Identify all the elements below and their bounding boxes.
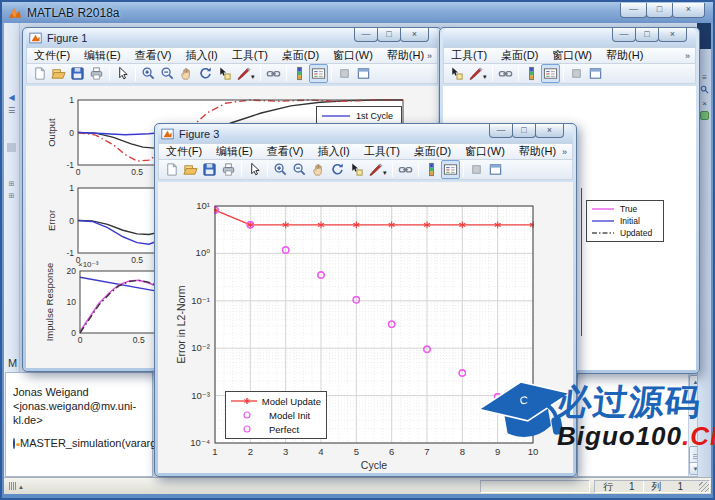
select-cursor-icon[interactable] (113, 64, 132, 83)
search-icon[interactable] (700, 85, 710, 96)
link-plots-icon[interactable] (396, 160, 415, 179)
menu-item[interactable]: 插入(I) (310, 144, 356, 159)
panel-tab-label[interactable]: M (8, 357, 17, 369)
insert-colorbar-icon[interactable] (522, 64, 541, 83)
dock-figure-icon[interactable] (586, 64, 605, 83)
menu-item[interactable]: 编辑(E) (77, 48, 128, 63)
link-plots-icon[interactable] (264, 64, 283, 83)
minimize-button[interactable]: — (354, 28, 378, 42)
zoom-out-icon[interactable] (158, 64, 177, 83)
figure2-titlebar[interactable]: — □ × (443, 28, 696, 47)
insert-legend-icon[interactable] (309, 64, 328, 83)
print-figure-icon[interactable] (219, 160, 238, 179)
insert-colorbar-icon[interactable] (422, 160, 441, 179)
insert-legend-icon[interactable] (541, 64, 560, 83)
close-icon[interactable]: × (700, 99, 710, 108)
expand-box-icon[interactable]: ⊞ (6, 180, 18, 188)
dock-figure-icon[interactable] (486, 160, 505, 179)
list-icon[interactable]: ☰ (6, 106, 18, 115)
dock-figure-icon[interactable] (354, 64, 373, 83)
close-button[interactable]: × (400, 28, 429, 42)
figure3-toolbar: ▾ (158, 159, 573, 180)
rotate-3d-icon[interactable] (328, 160, 347, 179)
close-button[interactable]: × (535, 124, 564, 138)
menu-item[interactable]: 帮助(H) (512, 144, 563, 159)
expand-box-icon[interactable]: ⊞ (6, 192, 18, 200)
zoom-in-icon[interactable] (139, 64, 158, 83)
legend-label: Model Update (262, 396, 321, 407)
toolbar-separator (135, 66, 136, 81)
menu-overflow-icon[interactable]: » (685, 51, 690, 61)
menu-item[interactable]: 工具(T) (357, 144, 407, 159)
minimize-dock-icon[interactable] (335, 64, 354, 83)
statusbar-grip-icon[interactable] (9, 482, 16, 490)
variable-icon[interactable] (700, 111, 709, 120)
dropdown-caret-icon[interactable]: ▾ (483, 73, 487, 81)
menu-item[interactable]: 桌面(D) (407, 144, 458, 159)
new-document-icon[interactable] (162, 160, 181, 179)
save-figure-icon[interactable] (68, 64, 87, 83)
save-figure-icon[interactable] (200, 160, 219, 179)
menu-item[interactable]: 查看(V) (260, 144, 311, 159)
dropdown-caret-icon[interactable]: ▾ (251, 73, 255, 81)
link-plots-icon[interactable] (496, 64, 515, 83)
menu-item[interactable]: 查看(V) (128, 48, 179, 63)
menu-item[interactable]: 桌面(D) (494, 48, 545, 63)
figure1-titlebar[interactable]: Figure 1 — □ × (26, 28, 438, 47)
menu-overflow-icon[interactable]: » (562, 147, 567, 157)
open-file-icon[interactable] (49, 64, 68, 83)
menu-item[interactable]: 桌面(D) (275, 48, 326, 63)
print-figure-icon[interactable] (87, 64, 106, 83)
zoom-out-icon[interactable] (290, 160, 309, 179)
rotate-3d-icon[interactable] (196, 64, 215, 83)
menu-item[interactable]: 工具(T) (225, 48, 275, 63)
figure3-titlebar[interactable]: Figure 3 — □ × (158, 124, 573, 143)
menu-item[interactable]: 插入(I) (178, 48, 224, 63)
minimize-button[interactable]: — (612, 28, 636, 42)
open-file-icon[interactable] (181, 160, 200, 179)
menu-item[interactable]: 文件(F) (27, 48, 77, 63)
minimize-dock-icon[interactable] (567, 64, 586, 83)
minimize-button[interactable]: — (620, 3, 647, 18)
maximize-button[interactable]: □ (635, 28, 659, 42)
menu-overflow-icon[interactable]: » (427, 51, 432, 61)
menu-item[interactable]: 窗口(W) (458, 144, 512, 159)
minimize-button[interactable]: — (489, 124, 513, 138)
data-cursor-icon[interactable] (347, 160, 366, 179)
menu-item[interactable]: 工具(T) (444, 48, 494, 63)
menu-item[interactable]: 编辑(E) (209, 144, 260, 159)
select-cursor-icon[interactable] (245, 160, 264, 179)
panel-thumb-icon[interactable] (7, 143, 16, 152)
menu-item[interactable]: 窗口(W) (326, 48, 380, 63)
main-titlebar[interactable]: MATLAB R2018a — □ × (2, 2, 713, 23)
legend-entry: Initial (591, 215, 658, 227)
close-button[interactable]: × (672, 3, 705, 18)
panel-menu-icon[interactable]: ≡ (700, 73, 710, 82)
close-button[interactable]: × (658, 28, 687, 42)
figure3-title: Figure 3 (179, 128, 219, 140)
dropdown-caret-icon[interactable]: ▾ (383, 169, 387, 177)
menu-item[interactable]: 窗口(W) (545, 48, 599, 63)
new-document-icon[interactable] (30, 64, 49, 83)
insert-legend-icon[interactable] (441, 160, 460, 179)
back-arrow-icon[interactable]: ◀ (6, 93, 18, 102)
minimize-dock-icon[interactable] (467, 160, 486, 179)
data-cursor-icon[interactable] (215, 64, 234, 83)
menu-item[interactable]: 帮助(H) (599, 48, 650, 63)
function-signature[interactable]: MASTER_simulation(varargin) (20, 437, 169, 449)
menu-item[interactable]: 帮助(H) (380, 48, 431, 63)
resize-grip[interactable] (699, 482, 709, 492)
toolbar-separator (241, 162, 242, 177)
pan-icon[interactable] (177, 64, 196, 83)
legend-entry: Perfect (230, 422, 321, 436)
maximize-button[interactable]: □ (512, 124, 536, 138)
zoom-in-icon[interactable] (271, 160, 290, 179)
svg-text:10⁰: 10⁰ (196, 247, 211, 258)
menu-item[interactable]: 文件(F) (159, 144, 209, 159)
maximize-button[interactable]: □ (646, 3, 673, 18)
pan-icon[interactable] (309, 160, 328, 179)
insert-colorbar-icon[interactable] (290, 64, 309, 83)
maximize-button[interactable]: □ (377, 28, 401, 42)
data-cursor-icon[interactable] (447, 64, 466, 83)
caret-up-icon[interactable]: ▲ (18, 484, 24, 490)
